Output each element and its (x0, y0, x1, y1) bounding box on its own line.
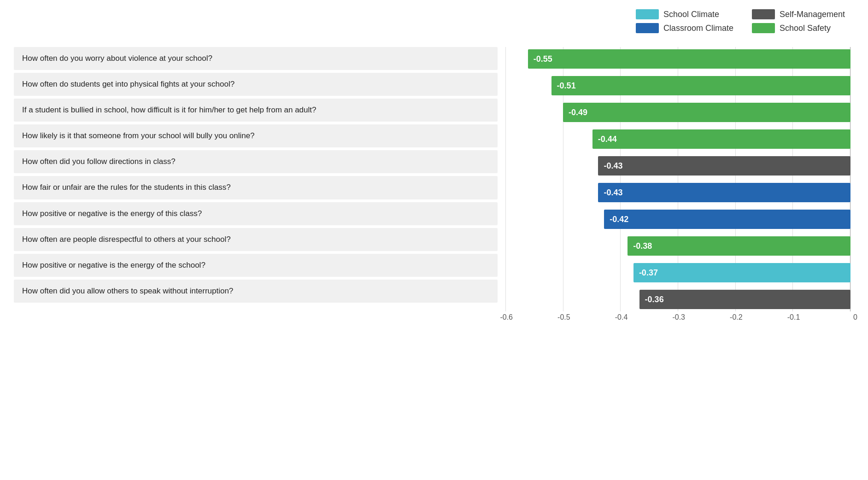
bar-row: -0.37 (502, 261, 854, 285)
bar-row: -0.55 (502, 47, 854, 71)
bar-row: -0.36 (502, 287, 854, 311)
legend-swatch-self-management (752, 9, 775, 19)
axis-label: -0.4 (615, 313, 628, 322)
bar: -0.43 (598, 156, 850, 176)
bar-row: -0.44 (502, 127, 854, 151)
bar-row: -0.42 (502, 207, 854, 231)
questions-col: How often do you worry about violence at… (14, 47, 502, 311)
bar-value: -0.51 (557, 81, 576, 91)
legend-item-classroom-climate: Classroom Climate (636, 23, 733, 33)
bar-value: -0.55 (534, 54, 552, 64)
legend-swatch-school-climate (636, 9, 659, 19)
question-label: How positive or negative is the energy o… (14, 202, 498, 225)
bar-value: -0.44 (598, 135, 617, 144)
question-label: How often do you worry about violence at… (14, 47, 498, 70)
question-label: How often are people disrespectful to ot… (14, 228, 498, 251)
bar-value: -0.38 (633, 241, 652, 251)
bar-value: -0.42 (610, 215, 628, 224)
legend-label-self-management: Self-Management (780, 10, 845, 19)
question-label: How often do students get into physical … (14, 73, 498, 96)
question-label: How often did you follow directions in c… (14, 150, 498, 173)
question-label: How likely is it that someone from your … (14, 124, 498, 147)
bar: -0.49 (563, 103, 850, 122)
question-label: How fair or unfair are the rules for the… (14, 176, 498, 199)
question-label: How often did you allow others to speak … (14, 280, 498, 303)
legend-item-school-safety: School Safety (752, 23, 845, 33)
bar-row: -0.43 (502, 154, 854, 178)
chart-main: How often do you worry about violence at… (14, 47, 854, 327)
axis-label: 0 (853, 313, 857, 322)
legend-label-school-climate: School Climate (663, 10, 719, 19)
legend: School ClimateSelf-ManagementClassroom C… (636, 9, 845, 33)
bar: -0.51 (551, 76, 850, 95)
bar-value: -0.49 (569, 108, 587, 117)
bar-row: -0.38 (502, 234, 854, 258)
rows-and-grid: How often do you worry about violence at… (14, 47, 854, 311)
axis-label: -0.5 (557, 313, 570, 322)
bar: -0.43 (598, 183, 850, 202)
axis-label: -0.6 (500, 313, 513, 322)
legend-swatch-classroom-climate (636, 23, 659, 33)
bar-value: -0.43 (604, 161, 622, 171)
bar: -0.36 (639, 290, 850, 309)
bar: -0.42 (604, 210, 850, 229)
axis-label: -0.1 (787, 313, 800, 322)
bar-row: -0.43 (502, 181, 854, 205)
legend-label-school-safety: School Safety (780, 23, 831, 33)
bar-value: -0.43 (604, 188, 622, 198)
question-label: How positive or negative is the energy o… (14, 254, 498, 277)
bar: -0.44 (592, 129, 850, 149)
axis-label: -0.3 (672, 313, 685, 322)
legend-item-self-management: Self-Management (752, 9, 845, 19)
axis-label: -0.2 (730, 313, 743, 322)
bar-value: -0.36 (645, 295, 664, 304)
bar: -0.38 (628, 236, 850, 256)
legend-label-classroom-climate: Classroom Climate (663, 23, 733, 33)
legend-swatch-school-safety (752, 23, 775, 33)
legend-item-school-climate: School Climate (636, 9, 733, 19)
question-label: If a student is bullied in school, how d… (14, 99, 498, 122)
bar: -0.55 (528, 49, 850, 69)
bar-value: -0.37 (639, 268, 658, 278)
bars-col: -0.55-0.51-0.49-0.44-0.43-0.43-0.42-0.38… (502, 47, 854, 311)
bar: -0.37 (633, 263, 850, 282)
bar-row: -0.49 (502, 100, 854, 124)
bar-row: -0.51 (502, 74, 854, 98)
